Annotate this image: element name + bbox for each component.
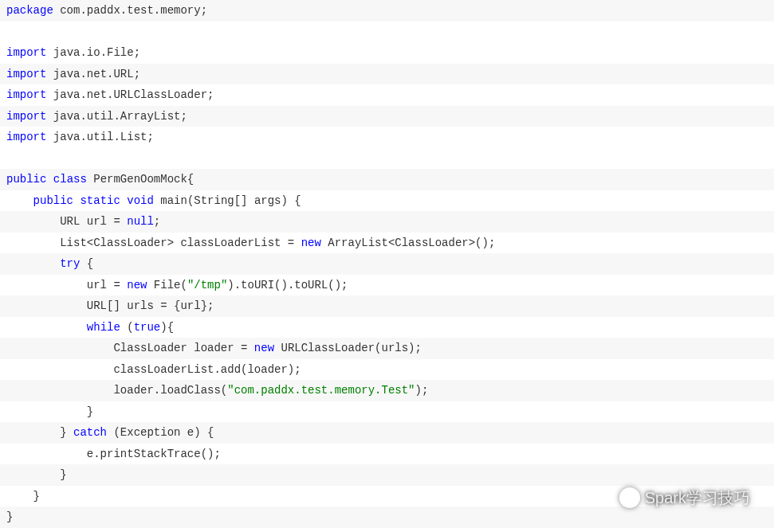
code-line: import java.util.ArrayList; — [0, 106, 774, 127]
code-line: public class PermGenOomMock{ — [0, 169, 774, 190]
code-line: } catch (Exception e) { — [0, 422, 774, 444]
code-block: package com.paddx.test.memory;import jav… — [0, 0, 774, 528]
code-line — [0, 22, 774, 43]
code-line: e.printStackTrace(); — [0, 444, 774, 465]
code-line: import java.util.List; — [0, 127, 774, 148]
code-line: import java.net.URL; — [0, 64, 774, 85]
code-line: public static void main(String[] args) { — [0, 190, 774, 212]
code-line: } — [0, 486, 774, 507]
code-line: ClassLoader loader = new URLClassLoader(… — [0, 338, 774, 359]
code-line: import java.net.URLClassLoader; — [0, 84, 774, 106]
code-line: try { — [0, 253, 774, 275]
code-line: List<ClassLoader> classLoaderList = new … — [0, 233, 774, 254]
code-line: } — [0, 507, 774, 528]
code-line: loader.loadClass("com.paddx.test.memory.… — [0, 380, 774, 401]
code-line: } — [0, 401, 774, 423]
code-line: import java.io.File; — [0, 42, 774, 64]
code-line: classLoaderList.add(loader); — [0, 359, 774, 381]
code-line: url = new File("/tmp").toURI().toURL(); — [0, 275, 774, 296]
code-line: URL[] urls = {url}; — [0, 295, 774, 317]
code-line — [0, 148, 774, 170]
code-line: } — [0, 464, 774, 486]
code-line: while (true){ — [0, 317, 774, 338]
code-line: package com.paddx.test.memory; — [0, 0, 774, 22]
code-line: URL url = null; — [0, 211, 774, 233]
